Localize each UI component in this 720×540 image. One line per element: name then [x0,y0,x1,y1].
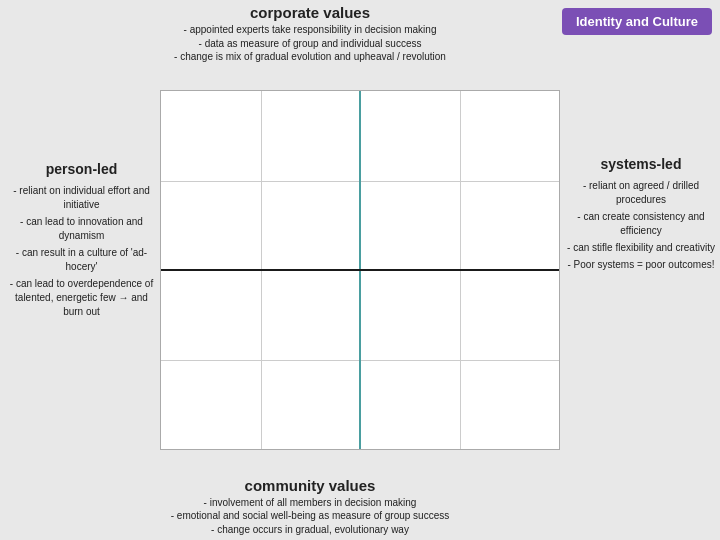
person-led: person-led - reliant on individual effor… [4,160,159,319]
corporate-values-title: corporate values [160,4,460,21]
person-led-item: - reliant on individual effort and initi… [4,184,159,212]
badge-label: Identity and Culture [576,14,698,29]
page-container: Identity and Culture corporate values ap… [0,0,720,540]
corporate-values-item: appointed experts take responsibility in… [160,23,460,37]
center-horizontal-axis [161,269,559,271]
systems-led: systems-led - reliant on agreed / drille… [566,155,716,272]
person-led-item: - can lead to innovation and dynamism [4,215,159,243]
community-values: community values involvement of all memb… [160,477,460,537]
systems-led-item: - can stifle flexibility and creativity [566,241,716,255]
chart-area [160,90,560,450]
person-led-item: - can result in a culture of 'ad-hocery' [4,246,159,274]
systems-led-title: systems-led [566,155,716,175]
corporate-values-item: data as measure of group and individual … [160,37,460,51]
systems-led-item: - reliant on agreed / drilled procedures [566,179,716,207]
person-led-title: person-led [4,160,159,180]
community-values-item: emotional and social well-being as measu… [160,509,460,523]
corporate-values: corporate values appointed experts take … [160,4,460,64]
community-values-title: community values [160,477,460,494]
corporate-values-item: change is mix of gradual evolution and u… [160,50,460,64]
community-values-item: involvement of all members in decision m… [160,496,460,510]
identity-badge: Identity and Culture [562,8,712,35]
systems-led-item: - can create consistency and efficiency [566,210,716,238]
systems-led-item: - Poor systems = poor outcomes! [566,258,716,272]
corporate-values-list: appointed experts take responsibility in… [160,23,460,64]
community-values-list: involvement of all members in decision m… [160,496,460,537]
person-led-item: - can lead to overdependence of talented… [4,277,159,319]
community-values-item: change occurs in gradual, evolutionary w… [160,523,460,537]
